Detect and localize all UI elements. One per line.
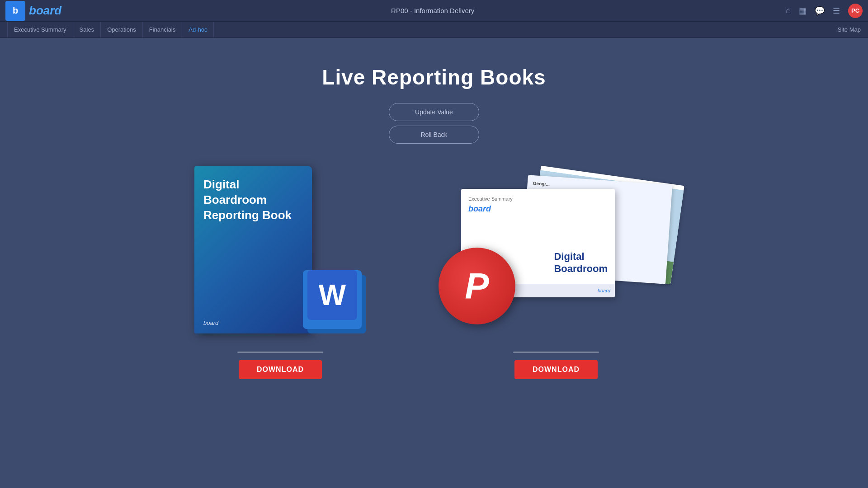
nav-item-financials[interactable]: Financials — [143, 22, 183, 38]
word-progress-bar — [237, 352, 323, 353]
word-cover-brand: board — [203, 319, 218, 326]
grid-icon[interactable]: ▦ — [799, 6, 807, 16]
ppt-icon-circle: P — [439, 248, 515, 324]
brand-name: board — [29, 4, 61, 18]
ppt-progress-bar — [513, 352, 599, 353]
ppt-slide-content-title: DigitalBoardroom — [554, 251, 608, 275]
menu-icon[interactable]: ☰ — [833, 6, 840, 16]
nav-item-executive-summary[interactable]: Executive Summary — [7, 22, 73, 38]
section-title: Live Reporting Books — [322, 65, 546, 89]
avatar[interactable]: PC — [848, 4, 863, 18]
ppt-book-visual: Geogr... board Executive Summary board D… — [439, 166, 674, 347]
ppt-slide-logo-area: board — [468, 204, 608, 214]
update-value-button[interactable]: Update Value — [389, 103, 479, 121]
app-header: b board RP00 - Information Delivery ⌂ ▦ … — [0, 0, 868, 22]
header-icons: ⌂ ▦ 💬 ☰ PC — [786, 4, 863, 18]
word-download-button[interactable]: DOWNLOAD — [239, 360, 322, 379]
nav-item-sales[interactable]: Sales — [73, 22, 101, 38]
ppt-slide-bottom-logo: board — [598, 288, 610, 293]
ppt-letter: P — [465, 265, 489, 307]
word-letter: W — [319, 278, 346, 312]
roll-back-button[interactable]: Roll Back — [389, 126, 479, 144]
ppt-icon: P — [439, 248, 520, 329]
action-buttons: Update Value Roll Back — [389, 103, 479, 144]
nav-item-adhoc[interactable]: Ad-hoc — [182, 22, 214, 38]
word-icon-main: W — [307, 270, 357, 320]
ppt-slide-logo: board — [468, 204, 491, 214]
app-logo-box: b — [5, 1, 25, 21]
ppt-download-button[interactable]: DOWNLOAD — [514, 360, 598, 379]
ppt-slide-header-text: Executive Summary — [468, 196, 608, 202]
nav-item-operations[interactable]: Operations — [101, 22, 143, 38]
home-icon[interactable]: ⌂ — [786, 6, 791, 15]
site-map-link[interactable]: Site Map — [838, 26, 861, 33]
logo-letter: b — [13, 5, 18, 16]
books-section: Digital Boardroom Reporting Book board W… — [194, 166, 674, 379]
word-book-visual: Digital Boardroom Reporting Book board W — [194, 166, 366, 347]
word-cover-title: Digital Boardroom Reporting Book — [203, 177, 303, 223]
word-icon-wrapper: W — [294, 261, 366, 333]
navigation-bar: Executive Summary Sales Operations Finan… — [0, 22, 868, 38]
word-icon: W — [294, 261, 366, 333]
chat-icon[interactable]: 💬 — [815, 6, 825, 16]
page-title-header: RP00 - Information Delivery — [80, 7, 786, 14]
main-content: Live Reporting Books Update Value Roll B… — [0, 38, 868, 488]
word-book: Digital Boardroom Reporting Book board W… — [194, 166, 366, 379]
ppt-book: Geogr... board Executive Summary board D… — [439, 166, 674, 379]
